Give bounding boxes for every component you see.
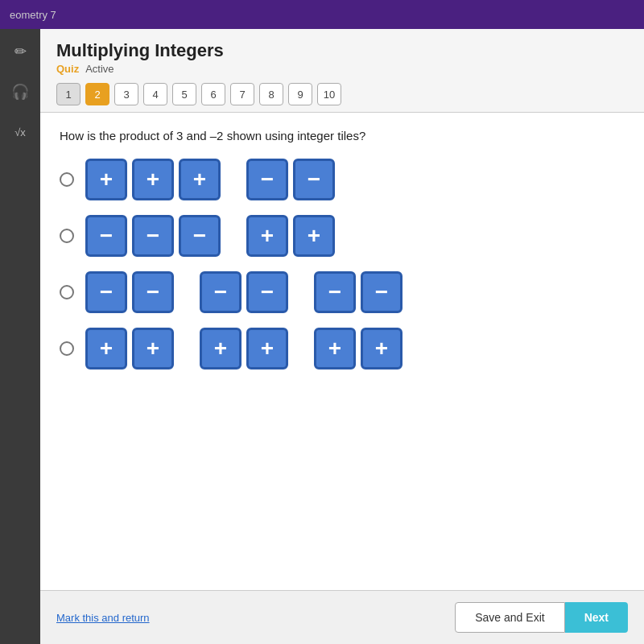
quiz-label: Quiz bbox=[56, 63, 79, 75]
top-bar: eometry 7 bbox=[0, 0, 644, 29]
q-num-5[interactable]: 5 bbox=[172, 83, 196, 105]
sidebar: ✏ 🎧 √x bbox=[0, 29, 40, 644]
tile bbox=[132, 271, 174, 313]
radio-b[interactable] bbox=[60, 229, 74, 243]
formula-icon[interactable]: √x bbox=[6, 118, 35, 147]
tile bbox=[246, 215, 288, 257]
option-d[interactable] bbox=[60, 328, 625, 369]
tile bbox=[361, 328, 402, 369]
question-numbers: 1 2 3 4 5 6 7 8 9 10 bbox=[56, 83, 628, 105]
content-area: Multiplying Integers Quiz Active 1 2 3 4… bbox=[40, 29, 644, 644]
q-num-1[interactable]: 1 bbox=[56, 83, 80, 105]
question-text: How is the product of 3 and –2 shown usi… bbox=[60, 129, 625, 142]
radio-a[interactable] bbox=[60, 172, 74, 187]
tile bbox=[179, 159, 221, 200]
header-meta: Quiz Active bbox=[56, 63, 628, 75]
radio-d[interactable] bbox=[60, 341, 74, 356]
content-header: Multiplying Integers Quiz Active 1 2 3 4… bbox=[40, 29, 644, 113]
q-num-4[interactable]: 4 bbox=[143, 83, 167, 105]
option-c[interactable] bbox=[60, 271, 625, 313]
tile bbox=[132, 215, 174, 257]
tile bbox=[200, 271, 242, 313]
active-label: Active bbox=[85, 63, 114, 75]
tile bbox=[293, 215, 335, 257]
question-body: How is the product of 3 and –2 shown usi… bbox=[40, 113, 644, 590]
tile bbox=[361, 271, 402, 313]
main-layout: ✏ 🎧 √x Multiplying Integers Quiz Active … bbox=[0, 29, 644, 644]
q-num-9[interactable]: 9 bbox=[288, 83, 312, 105]
tile bbox=[85, 215, 127, 257]
tile bbox=[85, 159, 127, 200]
tile bbox=[293, 159, 335, 200]
radio-c[interactable] bbox=[60, 285, 74, 299]
tile bbox=[314, 271, 356, 313]
q-num-6[interactable]: 6 bbox=[201, 83, 225, 105]
q-num-7[interactable]: 7 bbox=[230, 83, 254, 105]
q-num-8[interactable]: 8 bbox=[259, 83, 283, 105]
tile bbox=[246, 159, 288, 200]
tiles-a bbox=[85, 159, 335, 200]
tile bbox=[246, 328, 288, 369]
option-b[interactable] bbox=[60, 215, 625, 257]
mark-return-link[interactable]: Mark this and return bbox=[56, 612, 150, 624]
tile bbox=[132, 328, 174, 369]
tiles-c bbox=[85, 271, 402, 313]
save-exit-button[interactable]: Save and Exit bbox=[455, 602, 564, 633]
headphones-icon[interactable]: 🎧 bbox=[6, 77, 35, 106]
top-bar-title: eometry 7 bbox=[10, 9, 56, 21]
answer-options bbox=[60, 159, 625, 369]
tile bbox=[132, 159, 174, 200]
footer-bar: Mark this and return Save and Exit Next bbox=[40, 590, 644, 644]
tile bbox=[179, 215, 221, 257]
next-button[interactable]: Next bbox=[565, 602, 628, 633]
page-title: Multiplying Integers bbox=[56, 40, 628, 61]
option-a[interactable] bbox=[60, 159, 625, 200]
tile bbox=[85, 328, 127, 369]
q-num-3[interactable]: 3 bbox=[114, 83, 138, 105]
footer-right: Save and Exit Next bbox=[455, 602, 628, 633]
tile bbox=[85, 271, 127, 313]
tile bbox=[200, 328, 242, 369]
tile bbox=[314, 328, 356, 369]
tile bbox=[246, 271, 288, 313]
tiles-b bbox=[85, 215, 335, 257]
tiles-d bbox=[85, 328, 402, 369]
pencil-icon[interactable]: ✏ bbox=[6, 37, 35, 66]
q-num-10[interactable]: 10 bbox=[317, 83, 341, 105]
q-num-2[interactable]: 2 bbox=[85, 83, 109, 105]
